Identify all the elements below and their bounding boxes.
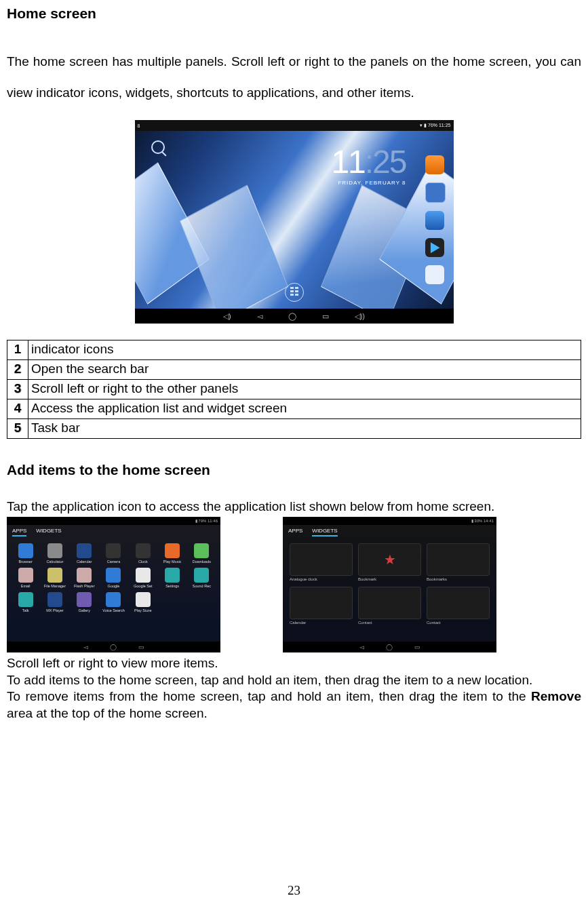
app-icon-glyph xyxy=(194,568,209,583)
app-icon: Play Music xyxy=(160,543,184,564)
legend-row: 5Task bar xyxy=(7,419,581,439)
scroll-paragraph: Scroll left or right to view more items. xyxy=(7,655,581,672)
clock-date: FRIDAY, FEBRUARY 8 xyxy=(331,180,406,186)
status-bar: ▮ 30% 14:41 xyxy=(283,517,496,525)
clock-widget: 11:25 FRIDAY, FEBRUARY 8 xyxy=(331,146,406,186)
app-icon: Gallery xyxy=(73,592,96,612)
app-icon: Calculator xyxy=(43,543,66,564)
app-icon: Settings xyxy=(160,568,184,588)
widget-tile: Analogue clock xyxy=(290,543,353,581)
page-number: 23 xyxy=(0,883,588,898)
app-icon-glyph xyxy=(77,592,92,607)
back-icon: ◅ xyxy=(257,312,262,321)
app-icon-glyph xyxy=(47,592,62,607)
recent-icon: ▭ xyxy=(322,312,329,321)
widget-label: Analogue clock xyxy=(290,577,353,581)
calendar-icon xyxy=(425,182,446,203)
app-icon-glyph xyxy=(136,543,151,558)
widget-label: Calendar xyxy=(290,621,353,625)
legend-row: 3Scroll left or right to the other panel… xyxy=(7,380,581,399)
app-label: File Manager xyxy=(44,584,66,588)
app-icon-glyph xyxy=(106,543,121,558)
legend-text: Task bar xyxy=(28,419,581,439)
camera-icon xyxy=(425,211,444,230)
legend-number: 5 xyxy=(7,419,28,439)
widget-tile: Calendar xyxy=(290,587,353,625)
system-nav-bar: ◅ ◯ ▭ xyxy=(7,642,220,652)
widget-tile: Contact xyxy=(427,587,490,625)
app-icon: Clock xyxy=(131,543,155,564)
heading-home-screen: Home screen xyxy=(7,5,581,22)
app-label: Downloads xyxy=(193,560,211,564)
app-icon: Camera xyxy=(102,543,125,564)
widget-tile: ★Bookmark xyxy=(358,543,421,581)
app-icon: Downloads xyxy=(190,543,214,564)
legend-number: 1 xyxy=(7,340,28,360)
home-icon: ◯ xyxy=(386,644,393,650)
app-label: Clock xyxy=(138,560,148,564)
intro-paragraph: The home screen has multiple panels. Scr… xyxy=(7,46,581,108)
app-label: Browser xyxy=(19,560,33,564)
app-icon-glyph xyxy=(165,543,180,558)
app-label: Talk xyxy=(22,608,29,612)
apps-list-image: ▮ 79% 11:46 APPS WIDGETS BrowserCalculat… xyxy=(7,517,220,652)
app-icon-glyph xyxy=(165,568,180,583)
app-icon: Flash Player xyxy=(73,568,96,588)
back-icon: ◅ xyxy=(359,644,364,650)
app-icon-glyph xyxy=(77,568,92,583)
app-label: Camera xyxy=(107,560,121,564)
legend-text: indicator icons xyxy=(28,340,581,360)
legend-table: 1indicator icons2Open the search bar3Scr… xyxy=(7,340,581,439)
widget-label: Bookmark xyxy=(358,577,421,581)
legend-text: Open the search bar xyxy=(28,360,581,380)
widgets-tab: WIDGETS xyxy=(36,528,61,536)
widget-preview xyxy=(427,543,490,576)
app-icon-glyph xyxy=(18,543,33,558)
legend-number: 4 xyxy=(7,399,28,419)
app-label: Play Store xyxy=(134,608,151,612)
status-right: ▾ ▮ 76% 11:25 xyxy=(420,123,450,128)
system-nav-bar: ◅ ◯ ▭ xyxy=(283,642,496,652)
app-icon-glyph xyxy=(136,592,151,607)
legend-number: 3 xyxy=(7,380,28,399)
app-label: Email xyxy=(21,584,31,588)
legend-row: 1indicator icons xyxy=(7,340,581,360)
vol-up-icon: ◁)) xyxy=(355,312,365,321)
widget-preview xyxy=(427,587,490,619)
widget-label: Bookmarks xyxy=(427,577,490,581)
widget-preview xyxy=(290,587,353,619)
app-icon: File Manager xyxy=(43,568,66,588)
wallpaper-shape xyxy=(179,185,288,309)
app-label: Google xyxy=(108,584,120,588)
system-nav-bar: ◁) ◅ ◯ ▭ ◁)) xyxy=(135,309,454,324)
music-icon xyxy=(425,155,444,174)
app-icon: Google Set xyxy=(131,568,155,588)
vol-down-icon: ◁) xyxy=(223,312,231,321)
add-paragraph: To add items to the home screen, tap and… xyxy=(7,672,581,689)
apps-tab: APPS xyxy=(12,528,26,536)
remove-bold: Remove xyxy=(531,689,581,703)
clock-hours: 11 xyxy=(331,144,364,180)
legend-row: 4Access the application list and widget … xyxy=(7,399,581,419)
widget-label: Contact xyxy=(358,621,421,625)
app-label: Sound Rec xyxy=(193,584,211,588)
home-icon: ◯ xyxy=(110,644,117,650)
app-label: MX Player xyxy=(46,608,63,612)
app-label: Calculator xyxy=(47,560,64,564)
app-label: Gallery xyxy=(78,608,90,612)
tap-paragraph: Tap the application icon to access the a… xyxy=(7,499,581,515)
video-icon xyxy=(425,238,444,257)
legend-text: Access the application list and widget s… xyxy=(28,399,581,419)
apps-button-icon xyxy=(285,283,304,302)
app-icon-glyph xyxy=(106,568,121,583)
back-icon: ◅ xyxy=(83,644,88,650)
widget-preview: ★ xyxy=(358,543,421,576)
app-icon: Google xyxy=(102,568,125,588)
widget-preview xyxy=(290,543,353,576)
app-label: Google Set xyxy=(134,584,153,588)
home-icon: ◯ xyxy=(288,312,296,321)
app-icon-glyph xyxy=(47,568,62,583)
app-label: Settings xyxy=(165,584,179,588)
legend-text: Scroll left or right to the other panels xyxy=(28,380,581,399)
widgets-tab: WIDGETS xyxy=(312,528,337,536)
